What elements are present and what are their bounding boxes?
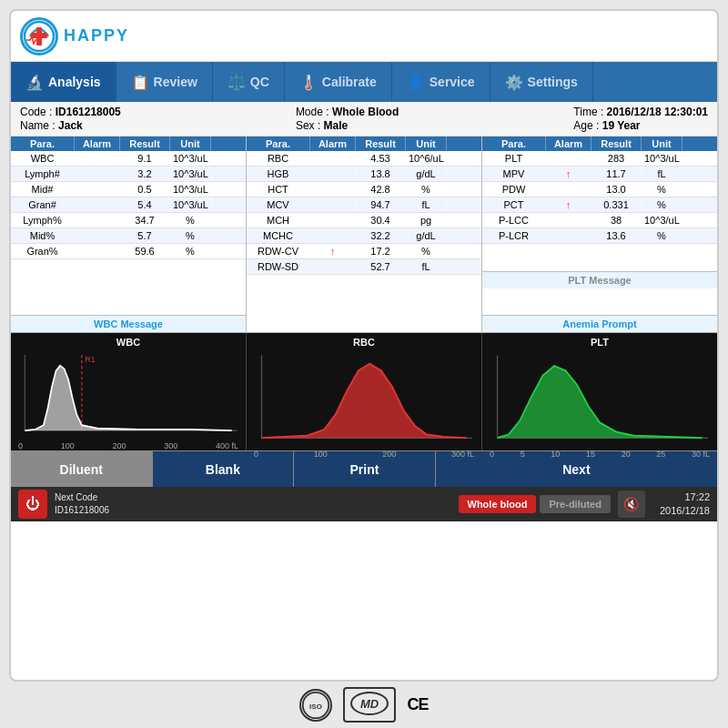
brand-text: HAPPY [64, 26, 129, 46]
data-section: Para. Alarm Result Unit WBC 9.1 10^3/uL … [11, 136, 717, 332]
table-row: Mid# 0.5 10^3/uL [11, 182, 246, 197]
patient-name: Name : Jack [20, 119, 121, 132]
chart-wbc: WBC R1 0100200300400 fL [11, 333, 247, 450]
wbc-message[interactable]: WBC Message [11, 315, 246, 332]
table-row: PCT ↑ 0.331 % [482, 197, 717, 213]
rbc-header: Para. Alarm Result Unit [247, 136, 481, 151]
tab-qc[interactable]: ⚖️ QC [213, 62, 285, 102]
patient-col-mid: Mode : Whole Blood Sex : Male [296, 106, 399, 132]
table-row: Mid% 5.7 % [11, 228, 246, 244]
svg-text:ISO: ISO [310, 702, 323, 710]
panel-rbc: Para. Alarm Result Unit RBC 4.53 10^6/uL… [247, 136, 482, 332]
rbc-chart-canvas [250, 349, 478, 450]
wbc-rows: WBC 9.1 10^3/uL Lymph# 3.2 10^3/uL Mid# … [11, 151, 246, 259]
brand-bar: HAPPY [11, 11, 717, 62]
table-row: PDW 13.0 % [482, 182, 717, 197]
speaker-button[interactable]: 🔇 [618, 490, 645, 518]
patient-mode: Mode : Whole Blood [296, 106, 399, 118]
patient-col-left: Code : ID161218005 Name : Jack [20, 106, 121, 132]
wbc-header: Para. Alarm Result Unit [11, 136, 246, 151]
patient-age: Age : 19 Year [573, 119, 708, 132]
svg-rect-2 [31, 33, 47, 38]
analysis-icon: 🔬 [25, 74, 44, 91]
whole-blood-button[interactable]: Whole blood [459, 495, 537, 513]
iso-badge: ISO [299, 689, 332, 722]
rbc-rows: RBC 4.53 10^6/uL HGB 13.8 g/dL HCT 42.8 … [247, 151, 481, 275]
clock-display: 17:22 2016/12/18 [660, 490, 710, 519]
chart-rbc: RBC 0100200300 fL [247, 333, 482, 450]
table-row: MPV ↑ 11.7 fL [482, 167, 717, 182]
wbc-chart-canvas: R1 [15, 349, 242, 441]
chart-plt: PLT 051015202530 fL [482, 333, 717, 450]
table-row: Lymph# 3.2 10^3/uL [11, 167, 246, 182]
plt-chart-canvas [486, 349, 713, 450]
prediluted-button[interactable]: Pre-diluted [540, 495, 610, 513]
tab-settings[interactable]: ⚙️ Settings [490, 62, 593, 102]
panel-plt: Para. Alarm Result Unit PLT 283 10^3/uL … [482, 136, 717, 332]
patient-time: Time : 2016/12/18 12:30:01 [573, 106, 708, 118]
table-row: P-LCR 13.6 % [482, 228, 717, 244]
table-row: MCHC 32.2 g/dL [247, 228, 481, 244]
review-icon: 📋 [131, 74, 149, 91]
calibrate-icon: 🌡️ [299, 74, 318, 91]
tab-calibrate[interactable]: 🌡️ Calibrate [285, 62, 392, 102]
qc-icon: ⚖️ [228, 74, 246, 91]
table-row: P-LCC 38 10^3/uL [482, 213, 717, 228]
svg-text:R1: R1 [85, 355, 96, 364]
table-row: Gran# 5.4 10^3/uL [11, 197, 246, 213]
rbc-x-labels: 0100200300 fL [250, 450, 478, 459]
patient-info: Code : ID161218005 Name : Jack Mode : Wh… [11, 102, 717, 136]
tab-service[interactable]: 👤 Service [392, 62, 490, 102]
brand-logo: HAPPY [20, 17, 129, 56]
service-icon: 👤 [407, 74, 425, 91]
plt-x-labels: 051015202530 fL [486, 450, 713, 459]
next-code-info: Next Code ID161218006 [55, 491, 109, 517]
table-row: RDW-SD 52.7 fL [247, 259, 481, 275]
settings-icon: ⚙️ [505, 74, 523, 91]
svg-text:MD: MD [360, 697, 379, 711]
table-row: RDW-CV ↑ 17.2 % [247, 244, 481, 259]
patient-sex: Sex : Male [296, 119, 399, 132]
table-row: MCV 94.7 fL [247, 197, 481, 213]
table-row: Gran% 59.6 % [11, 244, 246, 259]
table-row: HCT 42.8 % [247, 182, 481, 197]
table-row: Lymph% 34.7 % [11, 213, 246, 228]
table-row: HGB 13.8 g/dL [247, 167, 481, 182]
patient-col-right: Time : 2016/12/18 12:30:01 Age : 19 Year [573, 106, 708, 132]
brand-name: HAPPY [64, 26, 129, 46]
panel-wbc: Para. Alarm Result Unit WBC 9.1 10^3/uL … [11, 136, 247, 332]
charts-section: WBC R1 0100200300400 fL RBC [11, 332, 717, 450]
tab-review[interactable]: 📋 Review [116, 62, 213, 102]
blood-mode-group: Whole blood Pre-diluted [459, 495, 611, 513]
status-bar: ⏻ Next Code ID161218006 Whole blood Pre-… [11, 487, 717, 521]
table-row: WBC 9.1 10^3/uL [11, 151, 246, 167]
table-row: RBC 4.53 10^6/uL [247, 151, 481, 167]
md-badge: MD [343, 687, 396, 723]
power-button[interactable]: ⏻ [18, 490, 47, 519]
table-row: MCH 30.4 pg [247, 213, 481, 228]
nav-bar: 🔬 Analysis 📋 Review ⚖️ QC 🌡️ Calibrate 👤… [11, 62, 717, 102]
patient-code: Code : ID161218005 [20, 106, 121, 118]
wbc-x-labels: 0100200300400 fL [15, 441, 242, 450]
tab-analysis[interactable]: 🔬 Analysis [11, 62, 116, 102]
plt-rows: PLT 283 10^3/uL MPV ↑ 11.7 fL PDW 13.0 %… [482, 151, 717, 244]
plt-header: Para. Alarm Result Unit [482, 136, 717, 151]
bottom-brand: ISO MD CE [281, 682, 446, 728]
table-row: PLT 283 10^3/uL [482, 151, 717, 167]
diluent-button[interactable]: Diluent [11, 451, 153, 487]
ce-badge: CE [407, 695, 428, 714]
logo-circle [20, 17, 58, 56]
plt-message[interactable]: PLT Message [482, 271, 717, 288]
anemia-prompt[interactable]: Anemia Prompt [482, 315, 717, 332]
